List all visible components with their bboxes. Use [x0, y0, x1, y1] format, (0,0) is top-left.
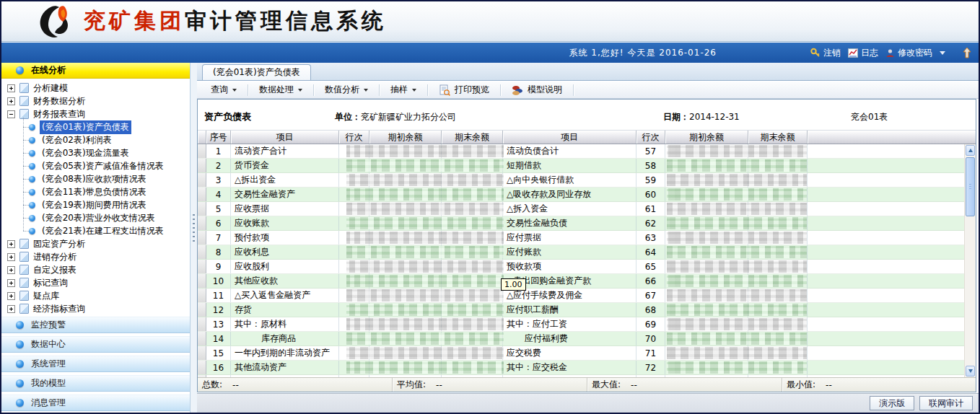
app-title: 兖矿集团审计管理信息系统: [84, 6, 387, 36]
minus-box-icon[interactable]: [7, 110, 15, 118]
scroll-down-button[interactable]: [966, 366, 975, 376]
table-row[interactable]: 2货币资金短期借款58: [198, 159, 964, 173]
table-row[interactable]: 10其他应收款△卖出回购金融资产款66: [198, 274, 964, 289]
plus-box-icon[interactable]: [7, 97, 15, 105]
bullet-sphere-icon: [29, 137, 35, 144]
plus-box-icon[interactable]: [7, 84, 15, 92]
table-row[interactable]: 3△拆出资金△向中央银行借款59: [198, 173, 964, 188]
scrollbar-thumb[interactable]: [966, 157, 975, 216]
sidebar-section-我的模型[interactable]: 我的模型: [1, 375, 190, 392]
tree-leaf-label: (兖会02表)利润表: [40, 133, 114, 147]
toolbar-menu-数值分析[interactable]: 数值分析: [318, 82, 375, 97]
table-row[interactable]: 4交易性金融资产△吸收存款及同业存放60: [198, 188, 964, 202]
bullet-sphere-icon: [29, 163, 35, 169]
bullet-sphere-icon: [16, 66, 24, 74]
tab-balance-sheet[interactable]: (兖会01表)资产负债表: [202, 64, 311, 80]
table-row[interactable]: 9应收股利预收款项65: [198, 260, 964, 274]
cell-item-left: 一年内到期的非流动资产: [231, 346, 339, 360]
scroll-up-button[interactable]: [966, 145, 975, 156]
toolbar-button-打印预览[interactable]: 打印预览: [432, 82, 496, 97]
sidebar-splitter[interactable]: [191, 63, 197, 413]
tree-item[interactable]: 自定义报表: [1, 263, 190, 276]
table-row[interactable]: 14库存商品应付福利费70: [198, 332, 964, 346]
censored-values-right: [667, 188, 807, 201]
vertical-scrollbar[interactable]: [964, 144, 976, 377]
tree-item[interactable]: 疑点库: [1, 289, 190, 302]
censored-values-left: [346, 159, 504, 172]
bullet-sphere-icon: [16, 340, 24, 348]
tree-leaf-item[interactable]: (兖会05表)资产减值准备情况表: [1, 159, 190, 172]
sidebar-section-online-analysis[interactable]: 在线分析: [1, 63, 190, 79]
tree-item[interactable]: 固定资产分析: [1, 237, 190, 250]
toolbar-menu-查询[interactable]: 查询: [204, 82, 243, 97]
change-password-link[interactable]: 修改密码: [885, 47, 932, 59]
demo-version-button[interactable]: 演示版: [870, 396, 914, 410]
cell-seq: 9: [206, 260, 231, 273]
table-row[interactable]: 11△买入返售金融资产△应付手续费及佣金67: [198, 289, 964, 303]
tree-leaf-item[interactable]: (兖会19表)期间费用情况表: [1, 198, 190, 211]
sidebar-section-消息管理[interactable]: 消息管理: [1, 395, 190, 411]
censored-values-left: [346, 289, 504, 301]
scroll-top-icon[interactable]: [963, 47, 971, 58]
top-bar: 系统 1,您好! 今天是 2016-01-26 注销 日志 修改密码: [1, 43, 979, 63]
table-row[interactable]: 12存货应付职工薪酬68: [198, 303, 964, 317]
plus-box-icon[interactable]: [7, 253, 15, 261]
sidebar-section-系统管理[interactable]: 系统管理: [1, 356, 190, 372]
table-row[interactable]: 6应收账款交易性金融负债62: [198, 216, 964, 231]
cell-item-left: 应收账款: [231, 216, 339, 230]
log-link[interactable]: 日志: [848, 47, 878, 59]
cell-seq: 7: [206, 231, 231, 245]
table-row[interactable]: 16其他流动资产其中：应交税金72: [198, 361, 964, 375]
cell-line-right: 68: [636, 303, 665, 317]
censored-values-right: [667, 145, 807, 157]
table-row[interactable]: 15一年内到期的非流动资产应交税费71: [198, 346, 964, 361]
toolbar-button-模型说明[interactable]: 模型说明: [505, 82, 569, 97]
bullet-sphere-icon: [29, 176, 35, 182]
cell-line-right: 67: [636, 289, 665, 302]
table-row[interactable]: 5应收票据△拆入资金61: [198, 202, 964, 216]
row-indicator: [198, 188, 206, 201]
plus-box-icon[interactable]: [7, 292, 15, 300]
toolbar-separator: [500, 84, 501, 96]
row-indicator: [198, 173, 206, 187]
tree-item[interactable]: 标记查询: [1, 276, 190, 289]
bullet-sphere-icon: [16, 360, 24, 368]
cell-line-right: 65: [636, 260, 665, 273]
chevron-down-icon[interactable]: [940, 51, 945, 55]
tree-leaf-item[interactable]: (兖会03表)现金流量表: [1, 146, 190, 159]
sidebar-section-监控预警[interactable]: 监控预警: [1, 317, 190, 333]
report-info-bar: 资产负债表 单位：兖矿新疆矿业力拓分公司 日期：2014-12-31 兖会01表: [198, 100, 976, 131]
censored-values-right: [667, 246, 807, 258]
plus-box-icon[interactable]: [7, 305, 15, 313]
tree-leaf-item[interactable]: (兖会21表)在建工程支出情况表: [1, 224, 190, 237]
tree-item[interactable]: 财务数据分析: [1, 94, 190, 107]
table-row[interactable]: 1流动资产合计流动负债合计57: [198, 144, 964, 159]
plus-box-icon[interactable]: [7, 240, 15, 248]
row-indicator: [198, 274, 206, 288]
table-row[interactable]: 8应收利息应付账款64: [198, 245, 964, 260]
tree-leaf-item[interactable]: (兖会11表)带息负债情况表: [1, 185, 190, 198]
tree-leaf-item[interactable]: (兖会20表)营业外收支情况表: [1, 211, 190, 224]
tree-leaf-item[interactable]: (兖会02表)利润表: [1, 133, 190, 146]
sidebar-section-数据中心[interactable]: 数据中心: [1, 336, 190, 353]
tree-leaf-label: (兖会21表)在建工程支出情况表: [40, 224, 166, 238]
toolbar-menu-数据处理[interactable]: 数据处理: [253, 82, 309, 97]
table-row[interactable]: 13其中：原材料其中：应付工资69: [198, 317, 964, 332]
sidebar: 在线分析 分析建模财务数据分析财务报表查询(兖会01表)资产负债表(兖会02表)…: [1, 63, 191, 413]
plus-box-icon[interactable]: [7, 266, 15, 274]
greeting-text: 系统 1,您好! 今天是 2016-01-26: [569, 47, 717, 59]
cell-line-right: 69: [636, 317, 665, 331]
online-audit-button[interactable]: 联网审计: [919, 396, 973, 410]
plus-box-icon[interactable]: [7, 279, 15, 287]
tree-item[interactable]: 财务报表查询: [1, 107, 190, 120]
table-row[interactable]: 7预付款项应付票据63: [198, 231, 964, 245]
tree-item[interactable]: 分析建模: [1, 82, 190, 94]
tree-item[interactable]: 进销存分析: [1, 250, 190, 263]
tree-leaf-item[interactable]: (兖会08表)应收款项情况表: [1, 172, 190, 185]
toolbar-menu-抽样[interactable]: 抽样: [384, 82, 423, 97]
tree-item[interactable]: 经济指标查询: [1, 302, 190, 314]
sidebar-section-label: 系统管理: [31, 358, 66, 370]
tree-leaf-item[interactable]: (兖会01表)资产负债表: [1, 120, 190, 133]
logout-link[interactable]: 注销: [810, 47, 841, 59]
cell-item-left: 其他流动资产: [231, 361, 339, 374]
